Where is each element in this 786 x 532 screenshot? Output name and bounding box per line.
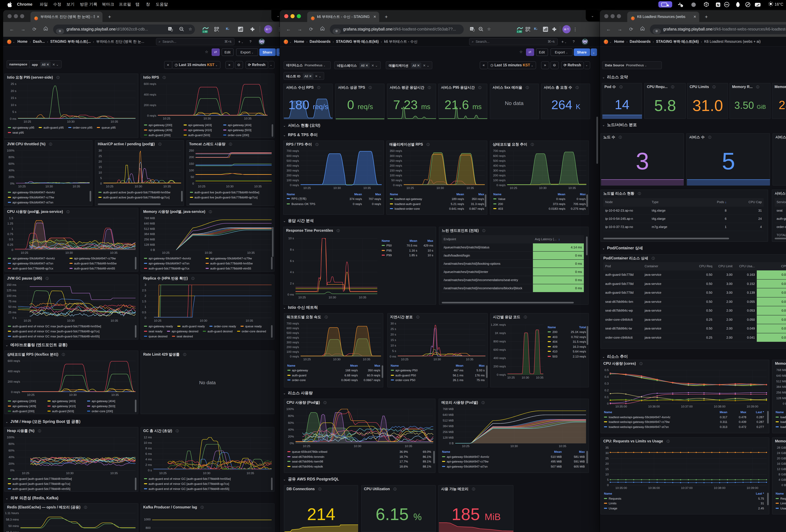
svg-text:1.20K req/s: 1.20K req/s <box>491 323 506 326</box>
svg-text:1: 1 <box>11 227 13 230</box>
svg-text:400 req/s: 400 req/s <box>493 356 506 360</box>
svg-text:10:30: 10:30 <box>433 357 441 361</box>
svg-text:30: 30 <box>605 452 609 455</box>
svg-text:500 req/s: 500 req/s <box>493 159 506 162</box>
svg-text:75 ms: 75 ms <box>8 300 16 303</box>
svg-text:1: 1 <box>144 305 146 308</box>
svg-text:768 MiB: 768 MiB <box>443 407 454 411</box>
svg-text:8 ms: 8 ms <box>145 446 152 450</box>
svg-text:10:35: 10:35 <box>110 251 117 254</box>
svg-text:0%: 0% <box>10 468 15 472</box>
svg-text:0.1: 0.1 <box>605 395 609 399</box>
svg-text:0%: 0% <box>290 442 294 445</box>
svg-text:640 MiB: 640 MiB <box>144 222 155 225</box>
svg-text:10:38:00: 10:38:00 <box>714 486 725 489</box>
svg-text:500 req/s: 500 req/s <box>286 159 299 162</box>
svg-text:3: 3 <box>144 283 146 286</box>
svg-text:10:35: 10:35 <box>247 471 254 475</box>
svg-text:500 req/s: 500 req/s <box>286 331 299 334</box>
svg-text:G: G <box>169 28 170 30</box>
svg-text:400 req/s: 400 req/s <box>7 369 20 373</box>
svg-text:10:35: 10:35 <box>110 471 118 475</box>
svg-text:40%: 40% <box>8 455 14 459</box>
svg-text:400 req/s: 400 req/s <box>144 93 156 96</box>
svg-text:256 MiB: 256 MiB <box>144 237 155 241</box>
svg-text:2 s: 2 s <box>290 282 294 285</box>
svg-text:200 req/s: 200 req/s <box>390 164 402 167</box>
svg-text:100: 100 <box>189 169 194 172</box>
svg-text:60%: 60% <box>8 449 14 452</box>
svg-text:4 ms: 4 ms <box>145 458 152 461</box>
svg-text:0: 0 <box>11 248 13 251</box>
svg-text:0: 0 <box>192 182 194 185</box>
svg-text:0 ms: 0 ms <box>10 117 16 120</box>
svg-text:10:35: 10:35 <box>569 186 576 189</box>
svg-text:0.5: 0.5 <box>605 368 609 372</box>
svg-text:512 MiB: 512 MiB <box>776 380 786 383</box>
svg-text:0 req/s: 0 req/s <box>147 114 156 117</box>
svg-text:12 GiB: 12 GiB <box>777 467 786 471</box>
svg-text:200 req/s: 200 req/s <box>286 345 299 349</box>
svg-text:10:25: 10:25 <box>401 357 409 361</box>
svg-text:28 GiB: 28 GiB <box>777 446 786 449</box>
svg-text:10:35: 10:35 <box>363 357 370 361</box>
svg-text:10:35: 10:35 <box>111 393 119 396</box>
svg-text:256 MiB: 256 MiB <box>443 430 454 434</box>
svg-text:300 req/s: 300 req/s <box>286 169 299 172</box>
svg-text:100%: 100% <box>7 149 14 152</box>
svg-text:10 s: 10 s <box>390 344 396 347</box>
svg-text:50 ms: 50 ms <box>8 305 16 308</box>
svg-text:10:30: 10:30 <box>539 186 547 189</box>
svg-text:50 req/s: 50 req/s <box>391 179 402 182</box>
svg-text:10:25: 10:25 <box>23 120 31 123</box>
svg-text:10:25: 10:25 <box>22 471 29 475</box>
svg-text:10 s: 10 s <box>288 236 294 240</box>
svg-text:0 B: 0 B <box>449 442 454 445</box>
svg-text:N: N <box>717 3 719 7</box>
svg-text:25 s: 25 s <box>390 327 396 330</box>
svg-text:10:36:00: 10:36:00 <box>648 405 660 408</box>
svg-text:200 req/s: 200 req/s <box>493 174 506 177</box>
svg-text:40%: 40% <box>8 169 14 172</box>
svg-text:5 s: 5 s <box>392 349 396 352</box>
svg-text:800: 800 <box>145 526 151 529</box>
svg-text:10:37:00: 10:37:00 <box>681 486 693 489</box>
svg-text:58.3 mins: 58.3 mins <box>6 518 19 521</box>
svg-text:10:25: 10:25 <box>303 357 310 361</box>
svg-text:10:35:00: 10:35:00 <box>616 486 627 489</box>
svg-text:10:25: 10:25 <box>198 185 205 188</box>
svg-text:1.5: 1.5 <box>9 216 13 219</box>
svg-text:200: 200 <box>189 156 194 159</box>
svg-text:150 ms: 150 ms <box>6 283 16 286</box>
svg-text:10:35: 10:35 <box>244 117 252 120</box>
svg-text:600 req/s: 600 req/s <box>286 154 299 157</box>
svg-text:400 req/s: 400 req/s <box>286 164 299 167</box>
svg-text:2.5: 2.5 <box>142 288 146 292</box>
svg-text:250 req/s: 250 req/s <box>390 159 402 162</box>
svg-text:10:35: 10:35 <box>111 319 118 322</box>
svg-text:20: 20 <box>605 462 609 465</box>
svg-text:250: 250 <box>189 149 194 152</box>
svg-text:10:30: 10:30 <box>205 251 212 254</box>
svg-text:50 mins: 50 mins <box>8 524 19 528</box>
svg-text:0 s: 0 s <box>148 468 152 472</box>
svg-text:20 s: 20 s <box>390 333 396 336</box>
svg-text:200 req/s: 200 req/s <box>7 380 20 383</box>
svg-text:512 MiB: 512 MiB <box>443 419 454 422</box>
svg-text:2 ms: 2 ms <box>145 463 152 466</box>
svg-text:80%: 80% <box>8 156 14 159</box>
svg-text:15 s: 15 s <box>390 338 396 342</box>
svg-text:384 MiB: 384 MiB <box>776 385 786 389</box>
svg-text:10: 10 <box>605 473 609 476</box>
svg-text:0 req/s: 0 req/s <box>497 373 506 376</box>
svg-text:20 s: 20 s <box>10 89 16 92</box>
svg-text:0.25: 0.25 <box>7 243 13 246</box>
svg-text:700 req/s: 700 req/s <box>286 149 299 152</box>
svg-text:10:30: 10:30 <box>45 185 53 188</box>
svg-text:20%: 20% <box>8 175 14 179</box>
svg-text:100 ms: 100 ms <box>6 294 16 297</box>
svg-text:0 ms: 0 ms <box>287 293 294 296</box>
svg-text:35: 35 <box>605 446 609 449</box>
svg-text:10:37:00: 10:37:00 <box>681 405 693 408</box>
svg-text:10:25: 10:25 <box>154 319 161 322</box>
